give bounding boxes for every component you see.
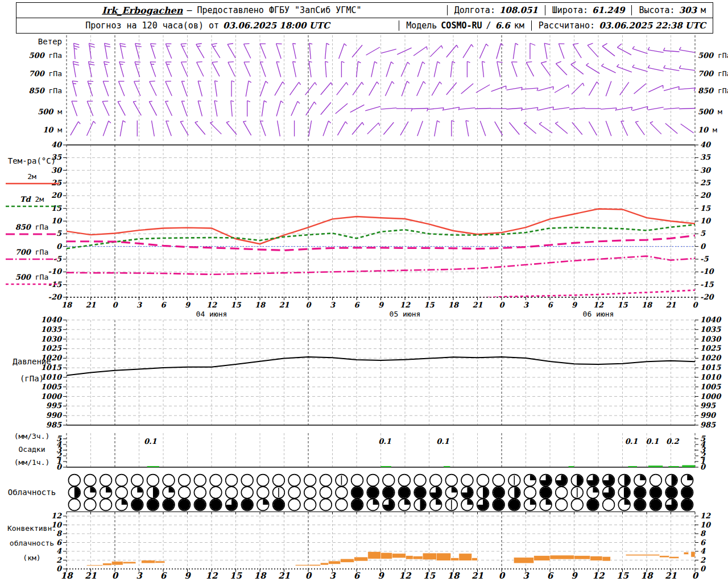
svg-text:0.1: 0.1 [378,437,391,446]
svg-text:9: 9 [571,571,578,581]
svg-text:0: 0 [112,301,118,309]
svg-text:3: 3 [523,301,529,309]
svg-text:05 июня: 05 июня [390,310,421,318]
svg-text:2: 2 [700,556,706,564]
meteogram-chart: 40403535303025252020151510105500-5-5-10-… [0,0,728,582]
svg-text:1000: 1000 [41,392,63,401]
svg-text:18: 18 [448,571,460,581]
svg-text:4: 4 [700,547,706,555]
svg-text:985: 985 [46,421,62,429]
svg-text:0: 0 [56,242,63,251]
svg-text:40: 40 [700,140,712,149]
svg-text:30: 30 [51,166,63,174]
svg-text:18: 18 [254,571,267,581]
svg-text:995: 995 [700,401,716,410]
svg-text:18: 18 [255,301,266,309]
svg-text:1025: 1025 [700,344,721,352]
svg-text:6: 6 [160,571,167,581]
svg-text:-5: -5 [700,255,709,263]
svg-text:12: 12 [700,512,711,520]
svg-text:-10: -10 [48,267,63,276]
svg-text:15: 15 [51,204,62,213]
svg-text:1025: 1025 [41,344,62,352]
svg-text:18: 18 [61,301,73,309]
svg-text:21: 21 [472,301,482,309]
svg-text:990: 990 [700,411,717,419]
svg-text:6: 6 [354,301,360,309]
meteogram-screen: Irk_Erbogachen – Предоставлено ФГБУ "Зап… [0,0,728,582]
svg-text:0: 0 [305,571,312,581]
svg-text:1020: 1020 [700,354,722,362]
svg-text:0.1: 0.1 [436,437,449,446]
svg-text:-15: -15 [700,280,714,289]
svg-text:9: 9 [572,301,578,309]
svg-text:3: 3 [329,571,336,581]
svg-text:21: 21 [471,571,483,581]
svg-text:18: 18 [642,301,653,309]
svg-text:35: 35 [700,153,711,161]
svg-text:0.1: 0.1 [646,437,659,446]
svg-text:6: 6 [160,301,167,309]
svg-text:25: 25 [700,178,711,187]
svg-text:12: 12 [593,571,605,581]
svg-text:0: 0 [692,301,698,309]
svg-text:6: 6 [56,538,63,547]
svg-text:12: 12 [399,571,412,581]
svg-text:0: 0 [56,463,63,471]
svg-text:0: 0 [700,564,706,573]
svg-text:1020: 1020 [41,354,63,362]
svg-text:1000: 1000 [700,392,722,401]
svg-text:1035: 1035 [41,325,62,334]
svg-text:8: 8 [56,529,63,538]
svg-text:10: 10 [51,217,63,225]
svg-text:9: 9 [378,301,384,309]
svg-text:21: 21 [278,571,290,581]
svg-text:-20: -20 [700,293,714,301]
svg-text:0: 0 [700,242,706,251]
svg-text:18: 18 [61,571,73,581]
svg-text:1005: 1005 [41,383,62,391]
svg-text:1005: 1005 [700,383,721,391]
svg-text:3: 3 [136,301,142,309]
svg-text:6: 6 [700,538,706,547]
svg-text:3: 3 [523,571,530,581]
svg-text:1030: 1030 [700,335,722,343]
svg-text:21: 21 [279,301,289,309]
svg-text:5: 5 [56,229,62,238]
svg-text:9: 9 [185,301,191,309]
svg-text:1030: 1030 [41,335,63,343]
svg-text:20: 20 [700,191,712,199]
svg-text:18: 18 [448,301,460,309]
svg-text:985: 985 [700,421,716,429]
svg-text:-20: -20 [48,293,63,301]
svg-text:1010: 1010 [41,373,63,381]
svg-text:1015: 1015 [700,363,721,372]
svg-text:12: 12 [51,512,62,520]
svg-text:0: 0 [499,301,505,309]
svg-text:0.1: 0.1 [625,437,638,446]
svg-text:6: 6 [547,571,554,581]
svg-text:0: 0 [692,571,699,581]
svg-text:10: 10 [700,521,712,529]
svg-text:12: 12 [400,301,411,309]
svg-text:990: 990 [46,411,63,419]
svg-text:1015: 1015 [41,363,62,372]
svg-text:10: 10 [51,521,63,529]
svg-text:40: 40 [51,140,63,149]
svg-text:1010: 1010 [700,373,722,381]
svg-text:25: 25 [51,178,62,187]
svg-text:21: 21 [665,571,677,581]
svg-text:12: 12 [206,301,217,309]
svg-text:1035: 1035 [700,325,721,334]
svg-text:21: 21 [85,301,96,309]
svg-text:2: 2 [56,556,62,564]
svg-text:06 июня: 06 июня [583,310,614,318]
svg-text:10: 10 [700,217,712,225]
svg-text:20: 20 [51,191,63,199]
svg-text:0: 0 [305,301,312,309]
svg-text:35: 35 [51,153,62,161]
svg-text:0: 0 [112,571,119,581]
svg-text:15: 15 [700,204,711,213]
svg-text:30: 30 [700,166,712,174]
svg-text:12: 12 [593,301,604,309]
